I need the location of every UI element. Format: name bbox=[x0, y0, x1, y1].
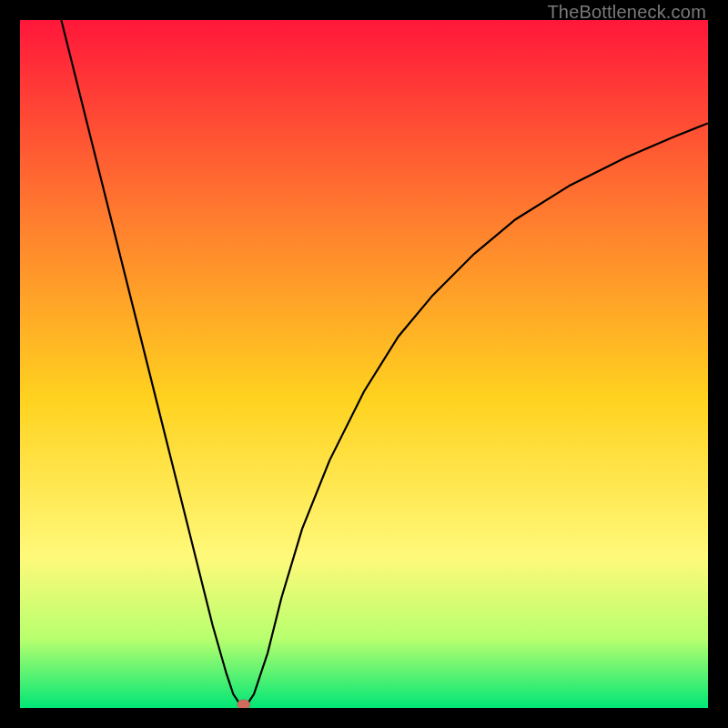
bottleneck-chart bbox=[20, 20, 708, 708]
optimal-point-marker bbox=[238, 700, 250, 708]
gradient-background bbox=[20, 20, 708, 708]
chart-frame bbox=[20, 20, 708, 708]
